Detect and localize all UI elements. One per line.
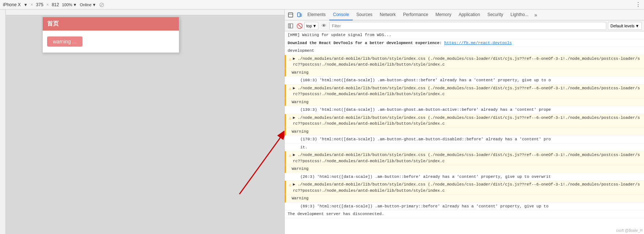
tab-lighthouse[interactable]: Lighthо... [507,9,532,20]
warning-button[interactable]: warning ... [47,36,83,47]
devtools-tabs: Elements Console Sources Network Perform… [285,9,644,20]
device-height: 812 [52,2,59,7]
tab-console[interactable]: Console [329,9,353,20]
console-sidebar-toggle[interactable] [287,22,294,30]
console-clear-btn[interactable]: 🚫 [296,22,303,30]
tab-memory[interactable]: Memory [432,9,455,20]
console-output: [HMR] Waiting for update signal from WDS… [285,31,644,234]
sep2: × [46,2,49,7]
console-warning-5-detail: (69:3) 'html:not([data-scale]) .am-butto… [285,203,644,211]
react-devtools-link[interactable]: https://fb.me/react-devtools [444,41,512,45]
console-warning-3-detail: (170:3) 'html:not([data-scale]) .am-butt… [285,136,644,144]
connection-btn[interactable]: Online ▼ [80,3,96,7]
warn-icon-1: ⚠ [289,56,291,63]
warn-icon-5: ⚠ [289,182,291,188]
inspect-icon[interactable] [286,11,295,19]
tab-network[interactable]: Network [376,9,399,20]
main-area: 首页 warning ... [0,9,644,234]
tab-elements[interactable]: Elements [304,9,329,20]
console-message-dev: development [285,47,644,55]
console-warning-4-detail: (26:3) 'html:not([data-scale]) .am-butto… [285,173,644,181]
device-mode-icon[interactable] [295,11,304,19]
console-warning-1: ⚠ ▶ ./node_modules/antd-mobile/lib/butto… [285,55,644,69]
context-dropdown-icon: ▼ [313,24,317,28]
level-value: Default levels [610,24,635,28]
console-warning-4: ⚠ ▶ ./node_modules/antd-mobile/lib/butto… [285,151,644,165]
console-message-hmr: [HMR] Waiting for update signal from WDS… [285,31,644,39]
device-content-area: 首页 warning ... [0,9,284,234]
phone-content: 首页 warning ... [43,17,179,52]
console-message-devtools: Download the React DevTools for a better… [285,39,644,47]
console-warning-5-sub: Warning [285,195,644,203]
svg-line-1 [239,129,284,194]
svg-rect-4 [298,13,300,17]
console-message-disconnect: The development server has disconnected. [285,210,644,218]
watermark: csoft @Boale_H [616,229,643,233]
tab-performance[interactable]: Performance [399,9,432,20]
level-dropdown-icon: ▼ [635,24,639,28]
page-header: 首页 [43,17,179,31]
more-menu-icon[interactable]: ⋮ [635,1,641,8]
warn-icon-2: ⚠ [289,86,291,92]
context-value: top [306,24,312,28]
console-warning-1-detail: (108:3) 'html:not([data-scale]) .am-butt… [285,77,644,85]
device-dropdown[interactable]: ▼ [24,3,28,7]
tab-security[interactable]: Security [484,9,507,20]
console-warning-2-sub: Warning [285,98,644,106]
warn-icon-4: ⚠ [289,152,291,159]
console-warning-2: ⚠ ▶ ./node_modules/antd-mobile/lib/butto… [285,85,644,98]
ruler-horizontal [6,9,284,15]
console-warning-3-sub: Warning [285,128,644,136]
warn-icon-3: ⚠ [289,115,291,122]
device-viewport: 首页 warning ... [6,9,284,234]
top-toolbar: iPhone X ▼ × 375 × 812 100% ▼ Online ▼ ⊘… [0,0,644,9]
console-warning-4-sub: Warning [285,165,644,173]
zoom-btn[interactable]: 100% ▼ [62,3,77,7]
console-eye-btn[interactable]: 👁 [320,22,328,30]
device-panel: 首页 warning ... [0,9,285,234]
console-warning-1-sub: Warning [285,69,644,77]
tabs-more-icon[interactable]: » [532,12,540,18]
devtools-panel: Elements Console Sources Network Perform… [285,9,644,234]
console-warning-3: ⚠ ▶ ./node_modules/antd-mobile/lib/butto… [285,114,644,128]
tab-application[interactable]: Application [455,9,484,20]
console-warning-5: ⚠ ▶ ./node_modules/antd-mobile/lib/butto… [285,181,644,195]
svg-rect-7 [290,24,293,28]
svg-rect-5 [300,14,302,16]
tab-sources[interactable]: Sources [353,9,376,20]
console-level-select[interactable]: Default levels ▼ [608,22,642,30]
sep1: × [31,2,33,7]
device-width: 375 [36,2,43,7]
console-warning-2-detail: (139:3) 'html:not([data-scale]) .am-butt… [285,106,644,114]
console-filter-input[interactable] [329,22,606,30]
svg-rect-2 [288,13,293,17]
ruler-vertical [0,9,6,234]
svg-rect-6 [288,24,290,28]
device-label: iPhone X [3,2,21,7]
console-context-select[interactable]: top ▼ [304,22,318,30]
console-toolbar: 🚫 top ▼ 👁 Default levels ▼ [285,20,644,31]
console-warning-3-detail2: it. [285,144,644,152]
phone-frame: 首页 warning ... [42,17,179,53]
no-throttle-icon[interactable]: ⊘ [99,1,104,9]
